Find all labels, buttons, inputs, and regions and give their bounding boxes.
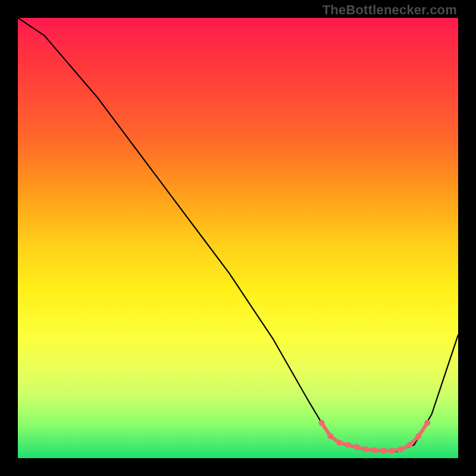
- optimal-marker-dot: [354, 444, 360, 450]
- optimal-marker-dot: [415, 433, 421, 439]
- optimal-marker-dot: [319, 420, 325, 426]
- watermark-label: TheBottlenecker.com: [322, 4, 457, 17]
- optimal-marker-dot: [327, 433, 333, 439]
- optimal-marker-dot: [398, 446, 404, 452]
- optimal-marker-dot: [371, 447, 377, 453]
- optimal-marker-dot: [389, 447, 395, 453]
- optimal-marker-dot: [424, 420, 430, 426]
- chart-frame: TheBottlenecker.com: [0, 0, 476, 476]
- optimal-marker-dot: [380, 447, 386, 453]
- optimal-marker-dot: [345, 442, 351, 448]
- plot-area: [18, 18, 458, 458]
- bottleneck-curve: [18, 18, 458, 452]
- optimal-marker-dot: [336, 440, 342, 446]
- optimal-marker-dot: [407, 442, 413, 448]
- optimal-marker-dot: [363, 446, 369, 452]
- optimal-markers-dots: [319, 420, 431, 454]
- curve-layer: [18, 18, 458, 458]
